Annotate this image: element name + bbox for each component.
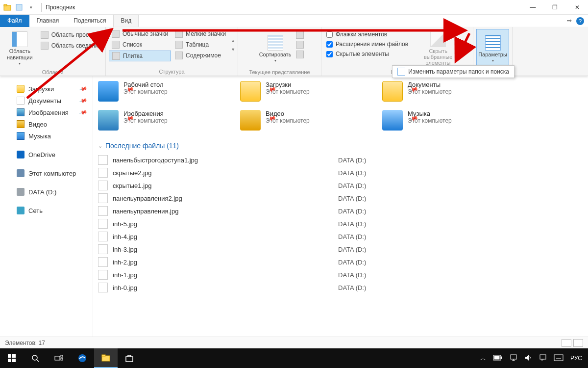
pin-icon: 📌 bbox=[79, 108, 88, 117]
svg-rect-22 bbox=[511, 355, 516, 359]
svg-line-11 bbox=[37, 360, 39, 362]
volume-icon[interactable] bbox=[524, 354, 532, 363]
icons-list-icon bbox=[112, 41, 120, 49]
start-button[interactable] bbox=[0, 348, 24, 368]
svg-rect-21 bbox=[494, 356, 499, 359]
folder-tile[interactable]: МузыкаЭтот компьютер📌 bbox=[382, 110, 505, 131]
chk-hidden-items[interactable]: Скрытые элементы bbox=[324, 50, 410, 58]
hide-selected-button[interactable]: Скрыть выбранные элементы bbox=[411, 29, 465, 68]
options-button[interactable]: Параметры ▾ bbox=[476, 29, 509, 68]
chk-file-extensions[interactable]: Расширения имен файлов bbox=[324, 40, 410, 49]
tab-file[interactable]: Файл bbox=[0, 15, 29, 27]
folder-icon bbox=[17, 108, 24, 116]
tab-view[interactable]: Вид bbox=[113, 15, 139, 27]
layout-content[interactable]: Содержимое bbox=[172, 51, 229, 60]
recent-file-row[interactable]: inh-4.jpgDATA (D:) bbox=[98, 230, 583, 243]
sidebar-drive[interactable]: DATA (D:) bbox=[0, 186, 93, 198]
folder-tile[interactable]: Рабочий столЭтот компьютер📌 bbox=[98, 81, 220, 102]
edge-button[interactable] bbox=[71, 348, 94, 368]
language-indicator[interactable]: РУС bbox=[570, 355, 582, 362]
view-tiles-toggle[interactable] bbox=[573, 339, 583, 347]
svg-rect-2 bbox=[16, 4, 22, 10]
sidebar-onedrive[interactable]: OneDrive bbox=[0, 149, 93, 160]
explorer-button[interactable] bbox=[94, 348, 118, 368]
recent-file-row[interactable]: скрытые1.jpgDATA (D:) bbox=[98, 179, 583, 192]
sidebar-item[interactable]: Изображения📌 bbox=[0, 106, 93, 118]
recent-file-row[interactable]: inh-5.jpgDATA (D:) bbox=[98, 217, 583, 230]
details-pane-button[interactable]: Область сведений bbox=[38, 41, 108, 51]
nav-sidebar: Загрузки📌Документы📌Изображения📌ВидеоМузы… bbox=[0, 76, 93, 337]
ribbon-view: Область навигации ▾ Область просмотра Об… bbox=[0, 27, 588, 76]
maximize-button[interactable]: ❐ bbox=[544, 0, 566, 15]
recent-file-row[interactable]: панельбыстрогодоступа1.jpgDATA (D:) bbox=[98, 154, 583, 166]
group-layout-label: Структура bbox=[109, 68, 235, 75]
preview-pane-button[interactable]: Область просмотра bbox=[38, 30, 108, 40]
svg-rect-8 bbox=[8, 359, 11, 362]
help-icon[interactable]: ? bbox=[576, 17, 584, 25]
image-file-icon bbox=[98, 181, 108, 190]
sidebar-network[interactable]: Сеть bbox=[0, 205, 93, 216]
sidebar-item[interactable]: Загрузки📌 bbox=[0, 83, 93, 95]
view-details-toggle[interactable] bbox=[562, 339, 571, 347]
add-columns-icon[interactable] bbox=[296, 41, 304, 49]
qat-properties-icon[interactable] bbox=[15, 3, 24, 12]
recent-file-row[interactable]: inh-2.jpgDATA (D:) bbox=[98, 256, 583, 268]
recent-files-header[interactable]: ⌄ Последние файлы (11) bbox=[98, 138, 583, 154]
folder-tile[interactable]: ЗагрузкиЭтот компьютер📌 bbox=[240, 81, 363, 102]
svg-rect-20 bbox=[501, 357, 502, 359]
options-icon bbox=[485, 35, 501, 51]
size-columns-icon[interactable] bbox=[296, 51, 304, 58]
sidebar-item[interactable]: Документы📌 bbox=[0, 95, 93, 106]
svg-rect-13 bbox=[61, 355, 63, 357]
sidebar-thispc[interactable]: Этот компьютер bbox=[0, 167, 93, 179]
folder-tile[interactable]: ИзображенияЭтот компьютер📌 bbox=[98, 110, 220, 131]
folder-large-icon bbox=[98, 110, 119, 131]
keyboard-icon[interactable] bbox=[554, 354, 564, 363]
search-button[interactable] bbox=[24, 348, 47, 368]
ribbon-collapse-icon[interactable]: ⮕ bbox=[566, 18, 572, 25]
tab-share[interactable]: Поделиться bbox=[66, 15, 113, 27]
recent-file-row[interactable]: панельуправления.jpgDATA (D:) bbox=[98, 205, 583, 217]
tray-up-icon[interactable]: ︿ bbox=[480, 354, 486, 363]
pin-icon: 📌 bbox=[79, 96, 88, 105]
network-tray-icon[interactable] bbox=[510, 354, 517, 363]
image-file-icon bbox=[98, 219, 108, 229]
layout-small[interactable]: Мелкие значки bbox=[172, 29, 229, 39]
folder-tile[interactable]: ДокументыЭтот компьютер📌 bbox=[382, 81, 505, 102]
recent-file-row[interactable]: скрытые2.jpgDATA (D:) bbox=[98, 166, 583, 179]
layout-table[interactable]: Таблица bbox=[172, 40, 229, 50]
image-file-icon bbox=[98, 257, 108, 267]
group-by-icon[interactable] bbox=[296, 31, 304, 39]
recent-file-row[interactable]: inh-0.jpgDATA (D:) bbox=[98, 281, 583, 294]
layout-scroll-up-icon[interactable]: ▲ bbox=[231, 38, 235, 43]
nav-pane-button[interactable]: Область навигации ▾ bbox=[3, 29, 37, 68]
action-center-icon[interactable] bbox=[539, 354, 547, 363]
store-button[interactable] bbox=[118, 348, 141, 368]
image-file-icon bbox=[98, 232, 108, 241]
folder-icon bbox=[17, 132, 24, 140]
taskview-button[interactable] bbox=[47, 348, 71, 368]
sort-button[interactable]: Сортировать ▾ bbox=[256, 29, 295, 68]
svg-rect-17 bbox=[102, 355, 105, 356]
recent-file-row[interactable]: панельуправления2.jpgDATA (D:) bbox=[98, 192, 583, 205]
sidebar-item[interactable]: Видео bbox=[0, 118, 93, 130]
qat-dropdown-icon[interactable]: ▾ bbox=[26, 3, 35, 12]
close-button[interactable]: ✕ bbox=[566, 0, 588, 15]
status-bar: Элементов: 17 bbox=[0, 337, 588, 348]
layout-tiles[interactable]: Плитка bbox=[109, 51, 171, 61]
layout-regular[interactable]: Обычные значки bbox=[109, 29, 171, 39]
chk-item-flags[interactable]: Флажки элементов bbox=[324, 30, 410, 39]
cloud-icon bbox=[17, 151, 24, 158]
tab-home[interactable]: Главная bbox=[29, 15, 67, 27]
folder-tile[interactable]: ВидеоЭтот компьютер📌 bbox=[240, 110, 363, 131]
sidebar-item[interactable]: Музыка bbox=[0, 130, 93, 142]
recent-file-row[interactable]: inh-3.jpgDATA (D:) bbox=[98, 243, 583, 256]
recent-file-row[interactable]: inh-1.jpgDATA (D:) bbox=[98, 268, 583, 281]
drive-icon bbox=[17, 188, 24, 196]
options-dropdown-item[interactable]: Изменить параметры папок и поиска bbox=[392, 65, 514, 78]
minimize-button[interactable]: — bbox=[522, 0, 544, 15]
layout-scroll-down-icon[interactable]: ▼ bbox=[231, 47, 235, 52]
folder-icon bbox=[17, 97, 24, 105]
battery-icon[interactable] bbox=[493, 355, 503, 362]
layout-list[interactable]: Список bbox=[109, 40, 171, 50]
